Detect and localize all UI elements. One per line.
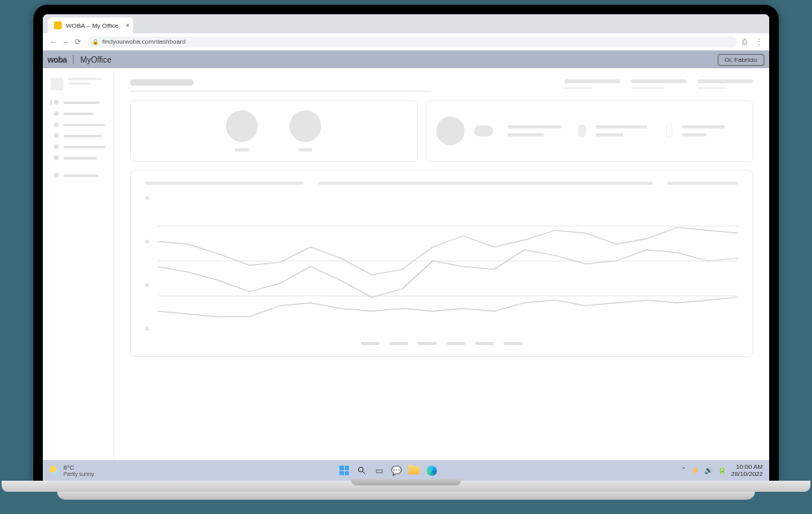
chart-series-series-b: [158, 250, 738, 297]
chart-y-tick: [145, 240, 149, 244]
sidebar-item[interactable]: [51, 133, 105, 138]
os-taskbar: 8°C Partly sunny ▭ 💬 ˄ ⚡ 🔊 🔋 10:00 AM: [43, 460, 769, 481]
page-header: [130, 79, 753, 92]
sidebar-item[interactable]: [51, 155, 105, 160]
info-line: [596, 125, 648, 128]
taskbar-apps: ▭ 💬: [337, 463, 439, 478]
info-card: [426, 100, 753, 162]
chat-button[interactable]: 💬: [389, 463, 404, 478]
speaker-icon[interactable]: 🔊: [704, 466, 713, 474]
chart-legend-item[interactable]: [389, 342, 408, 345]
chart-subtitle: [318, 182, 653, 185]
pill-badge: [474, 125, 493, 136]
laptop-base: [2, 481, 810, 509]
chart-title: [145, 182, 304, 185]
chart-series-series-a: [158, 228, 738, 275]
chart-series-series-c: [158, 297, 738, 317]
close-tab-icon[interactable]: ×: [125, 21, 129, 29]
task-view-button[interactable]: ▭: [372, 463, 386, 478]
taskbar-weather[interactable]: 8°C Partly sunny: [49, 464, 94, 477]
favicon-icon: [54, 21, 62, 29]
edge-icon: [427, 466, 437, 476]
taskbar-temp: 8°C: [63, 464, 94, 471]
svg-point-3: [358, 467, 363, 472]
chart-control[interactable]: [667, 182, 738, 185]
nav-dot-icon: [54, 100, 59, 105]
lock-icon: 🔒: [92, 39, 99, 45]
chart-legend-item[interactable]: [475, 342, 494, 345]
brand-block: woba MyOffice: [48, 55, 112, 64]
app-header: woba MyOffice Oi, Fabrício: [43, 51, 769, 68]
brand-logo: woba: [48, 56, 67, 64]
reload-icon[interactable]: ⟳: [75, 38, 82, 46]
share-icon[interactable]: ⎙: [742, 38, 750, 46]
search-icon: [357, 466, 366, 475]
nav-dot-icon: [54, 111, 59, 116]
wifi-icon[interactable]: ⚡: [691, 466, 699, 474]
windows-icon: [339, 466, 349, 475]
product-name: MyOffice: [80, 56, 111, 64]
start-button[interactable]: [337, 463, 351, 478]
stat-circle-icon: [226, 110, 258, 142]
chart-y-axis: [145, 196, 149, 331]
sidebar-item[interactable]: [51, 173, 105, 178]
chart-legend-item[interactable]: [446, 342, 465, 345]
battery-icon[interactable]: 🔋: [718, 466, 726, 474]
avatar: [51, 78, 63, 90]
sidebar-profile-lines: [68, 78, 105, 90]
taskbar-tray: ˄ ⚡ 🔊 🔋 10:00 AM 28/10/2022: [682, 463, 763, 478]
browser-tab-bar: WOBA – My Office ×: [43, 14, 769, 33]
browser-menu-icon[interactable]: ⋮: [755, 37, 763, 46]
sidebar-item-label: [63, 124, 105, 126]
edge-button[interactable]: [424, 463, 439, 478]
browser-tab[interactable]: WOBA – My Office ×: [48, 17, 133, 33]
info-line: [508, 125, 562, 128]
info-line: [682, 125, 725, 128]
sidebar-item-label: [63, 113, 94, 115]
address-bar[interactable]: 🔒 findyourwoba.com/dashboard: [87, 36, 737, 48]
nav-dot-icon: [54, 144, 59, 149]
nav-dot-icon: [54, 155, 59, 160]
file-explorer-button[interactable]: [407, 463, 421, 478]
back-icon[interactable]: ←: [49, 38, 57, 46]
sidebar-item-label: [63, 102, 100, 104]
chart-y-tick: [145, 196, 149, 200]
page-meta: [565, 79, 753, 89]
chevron-up-icon[interactable]: ˄: [682, 466, 686, 474]
info-line: [508, 133, 544, 136]
screen: WOBA – My Office × ← → ⟳ 🔒 findyourwoba.…: [43, 14, 769, 481]
sidebar-item[interactable]: [51, 122, 105, 127]
chart-plot: [145, 191, 738, 342]
taskbar-clock[interactable]: 10:00 AM 28/10/2022: [731, 463, 763, 478]
content-area: [43, 68, 769, 460]
chart-legend-item[interactable]: [361, 342, 380, 345]
pill-toggle[interactable]: [666, 125, 672, 137]
user-chip[interactable]: Oi, Fabrício: [718, 54, 764, 66]
nav-dot-icon: [54, 133, 59, 138]
forward-icon[interactable]: →: [62, 38, 70, 46]
taskbar-weather-text: Partly sunny: [63, 471, 94, 477]
sidebar-item-label: [63, 175, 98, 177]
taskbar-search-button[interactable]: [354, 463, 369, 478]
weather-icon: [49, 466, 59, 475]
sidebar-item-label: [63, 157, 97, 159]
laptop-frame: WOBA – My Office × ← → ⟳ 🔒 findyourwoba.…: [33, 5, 779, 481]
sidebar-item[interactable]: [51, 100, 105, 105]
svg-line-4: [363, 472, 366, 474]
chart-legend-item[interactable]: [504, 342, 523, 345]
browser-toolbar: ← → ⟳ 🔒 findyourwoba.com/dashboard ⎙ ⋮: [43, 33, 769, 51]
sidebar-item-label: [63, 146, 105, 148]
sidebar-item[interactable]: [51, 111, 105, 116]
info-line: [682, 133, 707, 136]
sidebar-item-label: [63, 135, 102, 137]
stat-item: [226, 110, 258, 152]
taskbar-time: 10:00 AM: [731, 463, 763, 470]
summary-cards: [130, 100, 753, 162]
sidebar-item[interactable]: [51, 144, 105, 149]
pill-toggle[interactable]: [578, 125, 586, 137]
chart-legend-item[interactable]: [418, 342, 437, 345]
nav-dot-icon: [54, 122, 59, 127]
chart-plot-area: [158, 191, 738, 331]
sidebar-profile[interactable]: [51, 78, 105, 90]
url-text: findyourwoba.com/dashboard: [102, 38, 186, 45]
